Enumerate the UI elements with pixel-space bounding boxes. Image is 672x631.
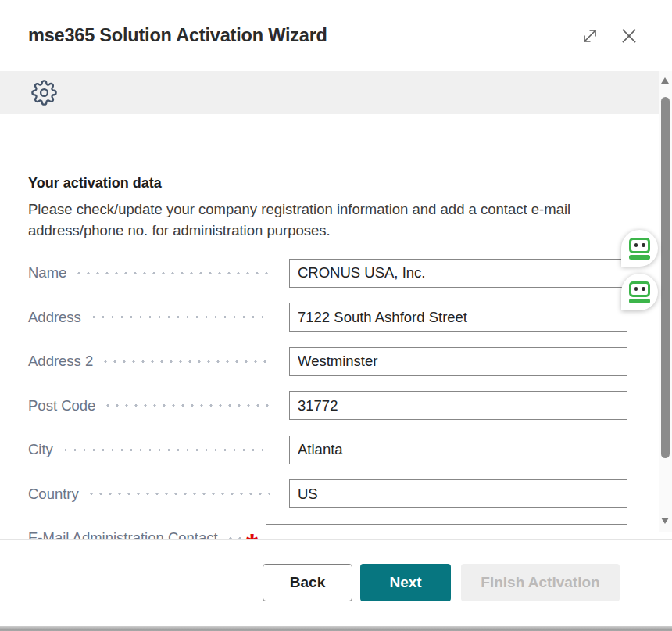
email-admin-contact-input[interactable] [266,524,627,539]
postcode-input[interactable] [289,391,627,420]
scrollbar-up-arrow-icon[interactable] [661,77,669,84]
step-description: Please check/update your company registr… [28,199,627,241]
roboform-robot-head [629,238,650,253]
form-row-postcode: Post Code [28,384,627,428]
roboform-icon[interactable] [621,230,658,267]
scrollbar-down-arrow-icon[interactable] [661,518,669,524]
required-asterisk: * [246,529,259,539]
address-input[interactable] [289,303,627,332]
country-label: Country [28,486,79,503]
next-button[interactable]: Next [360,564,451,601]
dotted-leader [61,448,270,452]
dialog-footer: Back Next Finish Activation [0,539,672,626]
finish-activation-button[interactable]: Finish Activation [461,564,620,601]
dotted-leader [89,315,270,319]
window-bottom-edge [0,626,672,631]
dotted-leader [226,536,241,539]
scrollbar-thumb[interactable] [661,97,670,458]
dotted-leader [87,492,270,496]
form-row-address2: Address 2 [28,339,627,384]
address-label: Address [28,309,81,326]
dialog-title: mse365 Solution Activation Wizard [28,25,580,46]
country-input[interactable] [289,479,627,508]
form-row-address: Address [28,296,627,340]
wizard-step-content: Your activation data Please check/update… [0,114,672,539]
city-label: City [28,441,53,458]
roboform-eye [634,243,638,247]
expand-icon[interactable] [580,26,600,46]
roboform-robot-base [629,299,650,303]
titlebar-icons [580,24,641,48]
postcode-label: Post Code [28,397,95,414]
dialog-toolbar [0,71,672,114]
name-label: Name [28,264,66,281]
dotted-leader [101,360,270,364]
name-input[interactable] [289,259,627,288]
form-row-city: City [28,428,627,472]
activation-wizard-dialog: mse365 Solution Activation Wizard [0,0,672,631]
roboform-robot-base [629,255,650,260]
address2-input[interactable] [289,347,627,376]
form-row-name: Name [28,251,627,296]
roboform-eye [642,243,645,247]
settings-gear-icon[interactable] [31,80,57,106]
roboform-icon[interactable] [621,274,658,310]
dialog-titlebar: mse365 Solution Activation Wizard [0,0,672,71]
city-input[interactable] [289,436,627,464]
roboform-eye [642,287,645,291]
close-icon[interactable] [617,24,641,48]
scrollbar-track[interactable] [659,71,672,532]
dotted-leader [74,271,270,275]
email-admin-contact-label: E-Mail Administration Contact [28,529,218,539]
roboform-robot-head [629,281,650,297]
step-heading: Your activation data [28,175,627,192]
form-row-email-admin-contact: E-Mail Administration Contact * [28,516,627,539]
roboform-eye [634,287,638,291]
form-row-country: Country [28,472,627,517]
back-button[interactable]: Back [263,564,352,601]
address2-label: Address 2 [28,353,93,370]
dotted-leader [103,403,270,407]
